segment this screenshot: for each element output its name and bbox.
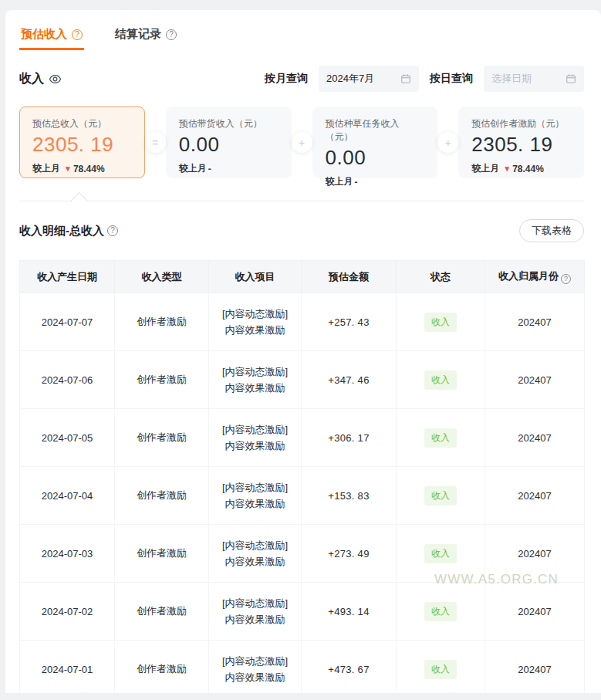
down-triangle-icon: ▼ (64, 164, 72, 173)
col-header-status: 状态 (397, 261, 485, 293)
day-query-label: 按日查询 (430, 72, 473, 86)
eye-icon[interactable] (49, 73, 62, 86)
calendar-icon (400, 73, 411, 84)
table-row: 2024-07-05 创作者激励 [内容动态激励] 内容效果激励 +306. 1… (20, 409, 585, 467)
cell-type: 创作者激励 (115, 583, 209, 641)
calendar-icon (566, 73, 576, 84)
cell-status: 收入 (397, 351, 485, 409)
selected-card-caret-icon (71, 192, 87, 208)
cell-status: 收入 (397, 583, 485, 641)
income-title-label: 收入 (19, 71, 44, 87)
cell-type: 创作者激励 (115, 467, 209, 525)
tab-estimated-income-label: 预估收入 (21, 27, 67, 42)
help-icon[interactable]: ? (72, 29, 83, 40)
cell-date: 2024-07-06 (20, 351, 115, 409)
cell-date: 2024-07-07 (20, 293, 115, 351)
cell-month: 202407 (485, 293, 585, 351)
summary-card-footer-label: 较上月 (471, 162, 499, 175)
summary-card-value: 0.00 (326, 146, 425, 170)
summary-card-footer: 较上月 ▼ 78.44% (32, 162, 132, 175)
download-table-button[interactable]: 下载表格 (519, 219, 584, 242)
help-icon[interactable]: ? (107, 225, 118, 236)
summary-card[interactable]: 预估种草任务收入（元） 0.00 较上月 ▼ - (312, 107, 438, 178)
summary-card-footer-label: 较上月 (179, 162, 207, 175)
cards-divider (19, 201, 584, 201)
summary-card-label: 预估种草任务收入（元） (326, 117, 425, 144)
summary-card-value: 2305. 19 (471, 133, 571, 157)
summary-card[interactable]: 预估总收入（元） 2305. 19 较上月 ▼ 78.44% (19, 107, 145, 178)
status-badge: 收入 (424, 428, 457, 448)
cell-date: 2024-07-02 (20, 583, 115, 641)
status-badge: 收入 (424, 660, 457, 679)
summary-card-value: 0.00 (179, 133, 279, 157)
status-badge: 收入 (424, 486, 457, 506)
help-icon[interactable]: ? (166, 29, 177, 40)
cell-project: [内容动态激励] 内容效果激励 (209, 351, 302, 409)
cell-amount: +273. 49 (302, 525, 397, 583)
cell-project: [内容动态激励] 内容效果激励 (209, 293, 302, 351)
month-query-label: 按月查询 (265, 72, 308, 86)
col-header-project: 收入项目 (209, 261, 302, 293)
cell-project: [内容动态激励] 内容效果激励 (209, 525, 302, 583)
cell-status: 收入 (397, 467, 485, 525)
cell-amount: +473. 67 (302, 641, 397, 694)
cell-date: 2024-07-05 (20, 409, 115, 467)
day-picker-placeholder: 选择日期 (491, 72, 532, 86)
summary-card-change: 78.44% (73, 164, 105, 174)
down-triangle-icon: ▼ (503, 164, 511, 173)
summary-card-label: 预估带货收入（元） (179, 117, 279, 130)
plus-operator-icon: + (292, 132, 312, 153)
day-picker-input[interactable]: 选择日期 (484, 66, 584, 92)
cell-month: 202407 (485, 525, 585, 583)
date-filters: 按月查询 2024年7月 按日查询 选择日期 (265, 66, 584, 92)
summary-cards-row: 预估总收入（元） 2305. 19 较上月 ▼ 78.44% = 预估带货收入（… (19, 107, 584, 178)
tab-settlement-records-label: 结算记录 (115, 27, 161, 42)
help-icon[interactable]: ? (561, 274, 571, 284)
tab-settlement-records[interactable]: 结算记录 ? (113, 27, 178, 50)
cell-type: 创作者激励 (115, 293, 209, 351)
table-header-row: 收入产生日期 收入类型 收入项目 预估金额 状态 收入归属月份? (20, 261, 585, 293)
cell-amount: +306. 17 (302, 409, 397, 467)
tab-estimated-income[interactable]: 预估收入 ? (19, 27, 84, 50)
cell-project: [内容动态激励] 内容效果激励 (209, 583, 302, 641)
cell-type: 创作者激励 (115, 641, 209, 694)
cell-project: [内容动态激励] 内容效果激励 (209, 409, 302, 467)
summary-card-footer: 较上月 ▼ - (326, 175, 425, 188)
cell-status: 收入 (397, 641, 485, 694)
income-title: 收入 (19, 71, 62, 87)
col-header-date: 收入产生日期 (20, 261, 115, 293)
table-row: 2024-07-04 创作者激励 [内容动态激励] 内容效果激励 +153. 8… (20, 467, 585, 525)
cell-project: [内容动态激励] 内容效果激励 (209, 467, 302, 525)
income-panel: 预估收入 ? 结算记录 ? 收入 按月查询 2024年7月 (5, 10, 601, 693)
cell-date: 2024-07-03 (20, 525, 115, 583)
cell-month: 202407 (485, 409, 585, 467)
cell-month: 202407 (485, 467, 585, 525)
cell-amount: +153. 83 (302, 467, 397, 525)
status-badge: 收入 (424, 313, 457, 332)
summary-card-change: 78.44% (512, 164, 544, 174)
detail-section-title-label: 收入明细-总收入 (19, 224, 104, 238)
cell-status: 收入 (397, 293, 485, 351)
cell-month: 202407 (485, 351, 585, 409)
summary-card-footer: 较上月 ▼ 78.44% (471, 162, 571, 175)
tab-bar: 预估收入 ? 结算记录 ? (19, 27, 584, 50)
detail-section-title: 收入明细-总收入 ? (19, 224, 118, 238)
cell-month: 202407 (485, 583, 585, 641)
summary-card-footer: 较上月 ▼ - (179, 162, 279, 175)
table-row: 2024-07-06 创作者激励 [内容动态激励] 内容效果激励 +347. 4… (20, 351, 585, 409)
month-picker-value: 2024年7月 (326, 72, 374, 86)
summary-card-value: 2305. 19 (32, 133, 132, 157)
month-picker-input[interactable]: 2024年7月 (319, 66, 419, 92)
plus-operator-icon: + (437, 132, 458, 153)
cell-amount: +347. 46 (302, 351, 397, 409)
filter-row: 收入 按月查询 2024年7月 按日查询 (19, 66, 584, 92)
cell-type: 创作者激励 (115, 351, 209, 409)
summary-card[interactable]: 预估带货收入（元） 0.00 较上月 ▼ - (166, 107, 292, 178)
col-header-type: 收入类型 (115, 261, 209, 293)
status-badge: 收入 (424, 602, 457, 621)
table-row: 2024-07-01 创作者激励 [内容动态激励] 内容效果激励 +473. 6… (20, 641, 585, 694)
cell-date: 2024-07-01 (20, 641, 115, 694)
cell-type: 创作者激励 (115, 525, 209, 583)
table-row: 2024-07-02 创作者激励 [内容动态激励] 内容效果激励 +493. 1… (20, 583, 585, 641)
summary-card[interactable]: 预估创作者激励（元） 2305. 19 较上月 ▼ 78.44% (458, 107, 584, 178)
